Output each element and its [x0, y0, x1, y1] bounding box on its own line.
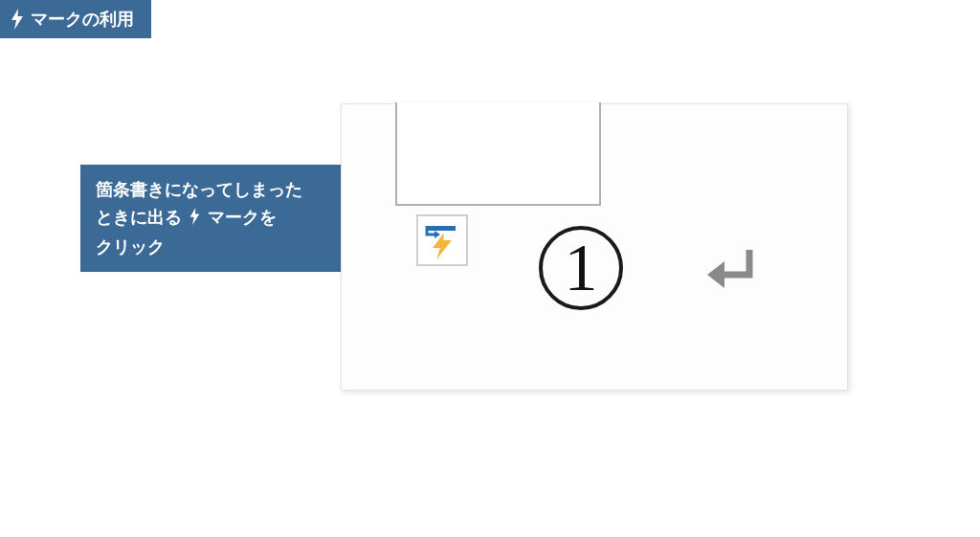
word-app-panel: 1 [341, 103, 848, 391]
callout-line-3: クリック [96, 234, 354, 261]
paragraph-return-icon [703, 246, 759, 300]
bolt-icon [189, 206, 201, 234]
autocorrect-options-button[interactable] [416, 214, 468, 266]
bolt-icon [10, 9, 25, 30]
text-box-frame [395, 102, 601, 206]
svg-rect-0 [427, 226, 456, 231]
instruction-callout: 箇条書きになってしまった ときに出る マークを クリック [80, 165, 369, 272]
callout-line-2: ときに出る マークを [96, 204, 354, 234]
callout-line-1: 箇条書きになってしまった [96, 176, 354, 204]
autocorrect-options-icon [423, 221, 461, 259]
section-title-text: マークの利用 [31, 8, 134, 31]
section-title: マークの利用 [0, 0, 151, 38]
numbered-list-marker: 1 [539, 226, 623, 310]
